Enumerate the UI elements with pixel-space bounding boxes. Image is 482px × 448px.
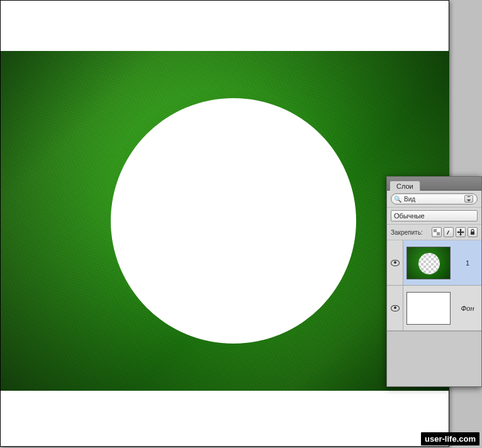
svg-rect-0 bbox=[434, 229, 437, 232]
layer-name[interactable]: 1 bbox=[454, 240, 481, 285]
layers-list: 1 Фон bbox=[387, 240, 481, 331]
layer-thumbnail[interactable] bbox=[403, 286, 454, 330]
layer-filter-label: Вид bbox=[404, 196, 415, 203]
lock-position-button[interactable] bbox=[456, 227, 466, 237]
lock-label: Закрепить: bbox=[391, 229, 423, 236]
lock-buttons bbox=[432, 227, 478, 237]
layer-row[interactable]: Фон bbox=[387, 286, 481, 331]
layer-filter-select[interactable]: 🔍 Вид bbox=[391, 193, 478, 204]
lock-all-button[interactable] bbox=[468, 227, 478, 237]
lock-transparency-button[interactable] bbox=[432, 227, 442, 237]
layer-row[interactable]: 1 bbox=[387, 240, 481, 286]
filter-row: 🔍 Вид bbox=[387, 191, 481, 208]
panel-tab-bar: Слои bbox=[387, 177, 481, 191]
search-icon: 🔍 bbox=[394, 196, 401, 203]
blend-mode-select[interactable]: Обычные bbox=[391, 210, 478, 221]
lock-row: Закрепить: bbox=[387, 225, 481, 240]
layer-thumbnail[interactable] bbox=[403, 240, 454, 285]
visibility-toggle[interactable] bbox=[387, 240, 403, 285]
visibility-toggle[interactable] bbox=[387, 286, 403, 330]
svg-rect-3 bbox=[434, 232, 437, 235]
image-content bbox=[1, 51, 449, 391]
blend-row: Обычные bbox=[387, 208, 481, 225]
panel-footer bbox=[387, 331, 481, 386]
eye-icon bbox=[391, 260, 400, 266]
canvas[interactable] bbox=[1, 1, 449, 446]
watermark: user-life.com bbox=[421, 432, 479, 445]
svg-rect-1 bbox=[437, 232, 440, 235]
layers-panel: Слои 🔍 Вид Обычные Закрепить: bbox=[386, 176, 482, 387]
eye-icon bbox=[391, 305, 400, 311]
document-window bbox=[0, 0, 449, 447]
chevron-down-icon bbox=[464, 195, 473, 203]
blend-mode-value: Обычные bbox=[394, 212, 425, 220]
tab-layers[interactable]: Слои bbox=[390, 181, 420, 191]
circle-cutout bbox=[111, 98, 356, 344]
svg-rect-4 bbox=[471, 232, 474, 235]
svg-rect-2 bbox=[437, 229, 440, 232]
lock-pixels-button[interactable] bbox=[444, 227, 454, 237]
layer-name[interactable]: Фон bbox=[454, 286, 481, 330]
